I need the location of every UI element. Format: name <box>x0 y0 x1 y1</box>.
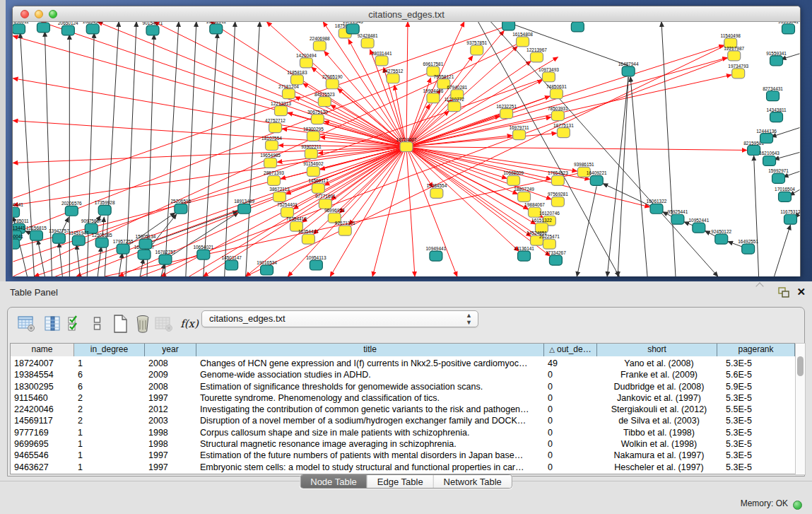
graph-node-teal[interactable]: 16061322 <box>647 199 667 214</box>
table-cell[interactable]: 1 <box>74 438 145 450</box>
table-cell[interactable]: Disruption of a novel member of a sodium… <box>196 415 544 426</box>
new-column-icon[interactable] <box>110 313 131 334</box>
table-cell[interactable]: 5.3E-5 <box>717 438 795 450</box>
citation-edge-black[interactable] <box>45 32 52 276</box>
table-row[interactable]: 977716911998Corpus callosum shape and si… <box>11 427 795 438</box>
table-cell[interactable]: 1997 <box>145 392 196 404</box>
graph-node-teal[interactable]: 13942757 <box>49 228 69 243</box>
table-cell[interactable]: Estimation of significance thresholds fo… <box>196 381 544 392</box>
table-cell[interactable]: Investigating the contribution of common… <box>196 404 544 415</box>
citation-edge-red[interactable] <box>41 22 406 147</box>
network-graph[interactable]: 1872400722406988142004941185818327181204… <box>13 22 800 276</box>
graph-node-teal[interactable]: 91350041 <box>13 234 23 249</box>
graph-node-teal[interactable]: 16210643 <box>759 151 779 165</box>
table-cell[interactable]: 0 <box>544 404 597 415</box>
table-cell[interactable]: 2 <box>74 404 145 415</box>
table-cell[interactable]: Stergiakouli et al. (2012) <box>597 404 717 415</box>
graph-node-teal[interactable]: 16782757 <box>155 250 176 264</box>
graph-node-teal[interactable]: 20876852 <box>498 22 519 30</box>
citation-edge-black[interactable] <box>775 225 791 276</box>
table-cell[interactable]: 2003 <box>145 415 196 426</box>
select-all-columns-icon[interactable] <box>64 313 86 334</box>
citation-edge-red[interactable] <box>324 51 402 141</box>
citation-edge-red[interactable] <box>413 147 747 151</box>
graph-node-yellow[interactable]: 22406988 <box>310 36 330 51</box>
citation-edge-red[interactable] <box>13 147 406 206</box>
graph-node-teal[interactable]: 83130741 <box>567 22 588 32</box>
citation-edge-red[interactable] <box>406 22 408 147</box>
graph-node-teal[interactable]: 10652011 <box>206 22 227 34</box>
table-selector-dropdown[interactable]: citations_edges.txt ▲▼ <box>201 310 478 327</box>
table-row[interactable]: 969969511998Structural magnetic resonanc… <box>11 438 795 450</box>
citation-edge-red[interactable] <box>411 111 449 143</box>
table-cell[interactable]: 0 <box>544 438 597 450</box>
citation-edge-black[interactable] <box>754 156 759 276</box>
table-cell[interactable]: Tibbo et al. (1998) <box>597 427 717 438</box>
table-cell[interactable]: 49 <box>544 358 597 369</box>
graph-node-teal[interactable]: 19016534 <box>257 260 277 275</box>
graph-node-yellow[interactable]: 14200494 <box>296 53 317 68</box>
graph-node-yellow[interactable]: 16154808 <box>512 32 533 47</box>
graph-node-teal[interactable]: 11675312 <box>780 209 800 224</box>
table-cell[interactable]: de Silva et al. (2003) <box>597 415 717 426</box>
table-cell[interactable]: Franke et al. (2009) <box>597 369 717 380</box>
table-cell[interactable]: 9699695 <box>11 438 74 450</box>
table-cell[interactable]: 5.3E-5 <box>717 392 795 404</box>
table-cell[interactable]: Tourette syndrome. Phenomenology and cla… <box>196 392 544 404</box>
table-cell[interactable]: 1 <box>74 358 145 369</box>
table-cell[interactable]: 5.3E-5 <box>717 427 795 438</box>
table-row[interactable]: 946362711997Embryonic stem cells: a mode… <box>11 462 795 473</box>
citation-edge-black[interactable] <box>151 211 237 242</box>
table-cell[interactable]: 2008 <box>145 381 196 392</box>
table-cell[interactable]: 0 <box>544 369 597 380</box>
column-header-title[interactable]: title <box>196 344 544 356</box>
table-cell[interactable]: Dudbridge et al. (2008) <box>597 381 717 392</box>
graph-node-yellow[interactable]: 75254401 <box>277 202 298 217</box>
table-row[interactable]: 2242004622012Investigating the contribut… <box>11 404 795 415</box>
citation-edge-red[interactable] <box>13 78 406 147</box>
table-cell[interactable]: 1998 <box>145 427 196 438</box>
column-header-short[interactable]: short <box>597 344 717 356</box>
table-cell[interactable]: 2012 <box>145 404 196 415</box>
table-cell[interactable]: 5.9E-5 <box>717 381 795 392</box>
table-cell[interactable]: 5.5E-5 <box>717 404 795 415</box>
table-cell[interactable]: 1997 <box>145 462 196 473</box>
graph-node-yellow[interactable]: 16354447 <box>298 229 319 244</box>
citation-edge-black[interactable] <box>165 22 179 276</box>
table-row[interactable]: 1456911722003Disruption of a novel membe… <box>11 415 795 426</box>
table-cell[interactable]: 9463627 <box>11 462 74 473</box>
table-cell[interactable]: 0 <box>544 427 597 438</box>
graph-node-yellow[interactable]: 11858183 <box>287 70 307 85</box>
graph-node-yellow[interactable]: 17654923 <box>548 170 568 185</box>
function-builder-icon[interactable]: f(x) <box>179 313 200 334</box>
table-cell[interactable]: 0 <box>544 392 597 404</box>
citation-edge-red[interactable] <box>413 133 557 146</box>
graph-node-teal[interactable]: 17957255 <box>113 239 134 254</box>
column-header-outde[interactable]: △out_de… <box>544 344 597 356</box>
table-cell[interactable]: 0 <box>544 462 597 473</box>
table-cell[interactable]: 0 <box>544 450 597 461</box>
table-cell[interactable]: 5.3E-5 <box>717 358 795 369</box>
tab-edge-table[interactable]: Edge Table <box>367 475 434 488</box>
graph-node-teal[interactable]: 17334267 <box>546 250 566 265</box>
graph-node-teal[interactable]: 10330441 <box>13 202 23 217</box>
citation-edge-black[interactable] <box>246 22 260 276</box>
graph-node-teal[interactable]: 82734431 <box>763 86 783 101</box>
graph-node-yellow[interactable]: 92671301 <box>335 221 355 235</box>
graph-node-teal[interactable]: 22690011 <box>13 22 29 34</box>
graph-node-teal[interactable]: 12505185 <box>92 233 112 247</box>
graph-node-teal[interactable]: 17359928 <box>95 200 115 215</box>
table-cell[interactable]: 6 <box>74 381 145 392</box>
citation-edge-red[interactable] <box>394 86 405 141</box>
network-window-titlebar[interactable]: citations_edges.txt <box>13 6 800 22</box>
table-cell[interactable]: 1 <box>74 450 145 461</box>
tab-node-table[interactable]: Node Table <box>300 475 367 488</box>
table-cell[interactable]: Embryonic stem cells: a model to study s… <box>196 462 544 473</box>
scrollbar-thumb[interactable] <box>797 356 804 376</box>
graph-node-teal[interactable]: 10654308 <box>83 22 103 34</box>
graph-node-teal[interactable]: 10654021 <box>193 245 213 259</box>
graph-node-teal[interactable]: 16409221 <box>587 170 607 185</box>
table-cell[interactable]: Changes of HCN gene expression and I(f) … <box>196 358 544 369</box>
toggle-rows-icon[interactable] <box>87 313 108 334</box>
citation-edge-black[interactable] <box>630 77 647 276</box>
